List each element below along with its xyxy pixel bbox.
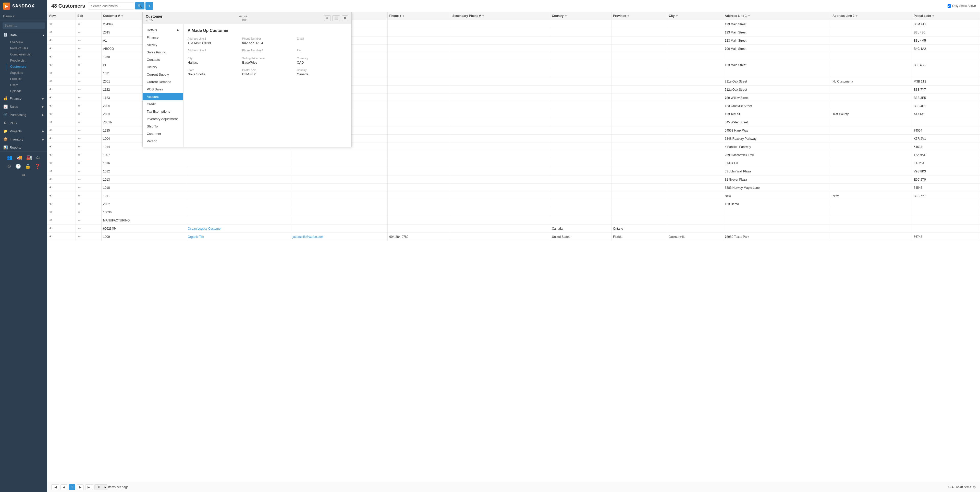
view-button[interactable]: 👁 [49,38,53,43]
sidebar-item-projects[interactable]: 📁 Projects ▶ [0,127,47,135]
popup-nav-sales-pricing[interactable]: Sales Pricing [143,48,183,56]
sidebar-demo-user[interactable]: Demo ▾ [0,12,47,21]
popup-edit-button[interactable]: ✏ [324,15,331,21]
edit-button[interactable]: ✏ [77,161,81,166]
popup-nav-pos-sales[interactable]: POS Sales [143,86,183,93]
first-page-button[interactable]: |◀ [51,484,59,490]
search-input[interactable] [88,3,134,10]
popup-nav-credit[interactable]: Credit [143,101,183,108]
sidebar-item-pos[interactable]: 🖥 POS [0,119,47,127]
people-icon-btn[interactable]: 👥 [5,154,14,161]
sidebar-item-customers[interactable]: Customers [6,64,47,70]
popup-nav-inventory-adjustment[interactable]: Inventory Adjustment [143,115,183,123]
sidebar-item-companies-list[interactable]: Companies List [7,51,47,58]
popup-close-button[interactable]: ✕ [342,15,348,21]
logout-icon-btn[interactable]: ➡ [20,171,27,179]
view-button[interactable]: 👁 [49,128,53,133]
sidebar-item-finance[interactable]: 💰 Finance ▶ [0,94,47,102]
sidebar-item-people-list[interactable]: People List [7,58,47,64]
edit-button[interactable]: ✏ [77,234,81,239]
popup-nav-contacts[interactable]: Contacts [143,56,183,63]
filter-icon[interactable]: ▼ [932,14,935,18]
view-button[interactable]: 👁 [49,112,53,117]
edit-button[interactable]: ✏ [77,152,81,157]
view-button[interactable]: 👁 [49,169,53,174]
files-icon-btn[interactable]: 🗂 [35,154,42,161]
filter-icon[interactable]: ▼ [748,14,750,18]
view-button[interactable]: 👁 [49,46,53,51]
view-button[interactable]: 👁 [49,62,53,67]
only-active-checkbox[interactable] [948,4,951,8]
sidebar-item-inventory[interactable]: 📦 Inventory ▶ [0,135,47,143]
view-button[interactable]: 👁 [49,87,53,92]
view-button[interactable]: 👁 [49,193,53,198]
settings-icon-btn[interactable]: ⚙ [6,163,13,170]
view-button[interactable]: 👁 [49,136,53,141]
view-button[interactable]: 👁 [49,30,53,35]
edit-button[interactable]: ✏ [77,46,81,51]
edit-button[interactable]: ✏ [77,62,81,67]
view-button[interactable]: 👁 [49,161,53,166]
sidebar-item-users[interactable]: Users [7,82,47,88]
help-icon-btn[interactable]: ❓ [33,163,42,170]
popup-nav-ship-to[interactable]: Ship To [143,123,183,130]
view-button[interactable]: 👁 [49,144,53,149]
popup-nav-account[interactable]: Account [143,93,183,101]
edit-button[interactable]: ✏ [77,54,81,59]
sidebar-search-input[interactable] [3,22,45,29]
edit-button[interactable]: ✏ [77,201,81,206]
edit-button[interactable]: ✏ [77,169,81,174]
popup-nav-current-supply[interactable]: Current Supply [143,71,183,78]
popup-maximize-button[interactable]: ⬜ [332,15,340,21]
sidebar-item-suppliers[interactable]: Suppliers [7,70,47,76]
filter-icon[interactable]: ▼ [627,14,630,18]
email-link[interactable]: jattersoll8@wufoo.com [293,235,324,239]
sidebar-item-uploads[interactable]: Uploads [7,88,47,94]
edit-button[interactable]: ✏ [77,136,81,141]
popup-nav-finance[interactable]: Finance [143,34,183,41]
view-button[interactable]: 👁 [49,95,53,100]
filter-icon[interactable]: ▼ [121,14,124,18]
filter-icon[interactable]: ▼ [676,14,678,18]
popup-nav-person[interactable]: Person [143,137,183,145]
filter-icon[interactable]: ▼ [565,14,567,18]
view-button[interactable]: 👁 [49,234,53,239]
popup-nav-activity[interactable]: Activity [143,41,183,48]
filter-icon[interactable]: ▼ [856,14,858,18]
view-button[interactable]: 👁 [49,177,53,182]
popup-nav-customer[interactable]: Customer [143,130,183,137]
popup-nav-details[interactable]: Details ▶ [143,26,183,34]
edit-button[interactable]: ✏ [77,22,81,27]
edit-button[interactable]: ✏ [77,30,81,35]
view-button[interactable]: 👁 [49,210,53,214]
sidebar-item-product-files[interactable]: Product Files [7,45,47,51]
items-per-page-select[interactable]: 50 25 100 [94,484,107,490]
view-button[interactable]: 👁 [49,120,53,125]
popup-nav-current-demand[interactable]: Current Demand [143,78,183,86]
edit-button[interactable]: ✏ [77,120,81,125]
edit-button[interactable]: ✏ [77,104,81,108]
sidebar-item-reports[interactable]: 📊 Reports [0,143,47,152]
last-page-button[interactable]: ▶| [85,484,93,490]
edit-button[interactable]: ✏ [77,38,81,43]
filter-icon[interactable]: ▼ [402,14,405,18]
search-button[interactable]: 🔍 [135,2,145,10]
sidebar-item-data[interactable]: 🗄 Data ▾ [0,31,47,39]
view-button[interactable]: 👁 [49,79,53,84]
customer-name-link[interactable]: Organic Tile [188,235,204,239]
add-customer-button[interactable]: + [145,2,153,10]
prev-page-button[interactable]: ◀ [60,484,67,490]
view-button[interactable]: 👁 [49,226,53,231]
edit-button[interactable]: ✏ [77,95,81,100]
view-button[interactable]: 👁 [49,218,53,223]
view-button[interactable]: 👁 [49,71,53,76]
lock-icon-btn[interactable]: 🔒 [24,163,32,170]
edit-button[interactable]: ✏ [77,226,81,231]
edit-button[interactable]: ✏ [77,128,81,133]
view-button[interactable]: 👁 [49,22,53,27]
popup-nav-tax-exemptions[interactable]: Tax Exemptions [143,108,183,115]
factory-icon-btn[interactable]: 🏭 [25,154,33,161]
page-1-button[interactable]: 1 [69,484,75,490]
edit-button[interactable]: ✏ [77,112,81,117]
view-button[interactable]: 👁 [49,185,53,190]
